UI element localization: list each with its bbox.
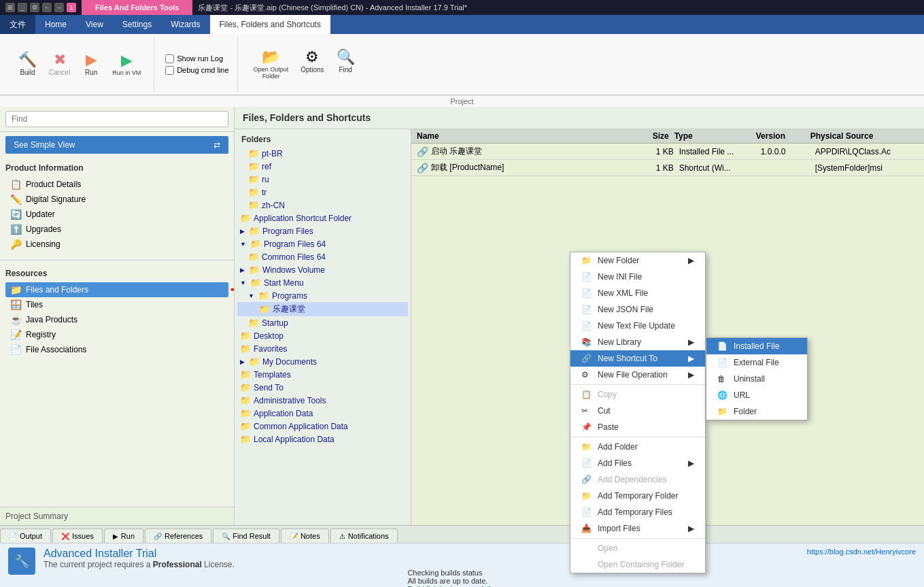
- folder-application-shortcut[interactable]: 📁 Application Shortcut Folder: [237, 212, 408, 224]
- options-button[interactable]: ⚙ Options: [296, 46, 328, 83]
- nav-item-files-folders[interactable]: 📁 Files and Folders ➜: [5, 282, 228, 297]
- table-row[interactable]: 🔗 启动 乐趣课堂 1 KB Installed File ... 1.0.0.…: [411, 144, 924, 160]
- project-summary-item[interactable]: Project Summary: [0, 507, 234, 525]
- tab-notifications[interactable]: ⚠ Notifications: [330, 529, 398, 543]
- ctx-new-library[interactable]: 📚 New Library ▶: [570, 334, 705, 350]
- tab-find-result[interactable]: 🔍 Find Result: [213, 529, 279, 543]
- minimize-icon[interactable]: _: [18, 3, 27, 12]
- folder-templates[interactable]: 📁 Templates: [237, 368, 408, 381]
- menu-item-wizards[interactable]: Wizards: [161, 15, 209, 34]
- ctx-paste[interactable]: 📌 Paste: [570, 419, 705, 435]
- folder-submenu-icon: 📁: [717, 407, 728, 416]
- submenu-external-file[interactable]: 📄 External File: [706, 354, 807, 371]
- nav-item-digital-signature[interactable]: ✏️ Digital Signature: [5, 192, 228, 207]
- ctx-add-files[interactable]: 📄 Add Files ▶: [570, 455, 705, 471]
- ctx-new-ini[interactable]: 📄 New INI File: [570, 269, 705, 285]
- col-size-header: Size: [634, 131, 674, 141]
- folder-programs[interactable]: ▼ 📁 Programs: [237, 289, 408, 302]
- folder-start-menu[interactable]: ▼ 📁 Start Menu: [237, 276, 408, 289]
- submenu-installed-file[interactable]: 📄 Installed File: [706, 338, 807, 354]
- nav-item-file-associations[interactable]: 📄 File Associations: [5, 342, 228, 357]
- run-in-vm-button[interactable]: ▶ Run in VM: [107, 50, 146, 80]
- show-run-log-checkbox[interactable]: Show run Log: [165, 54, 228, 63]
- folder-common-app-data[interactable]: 📁 Common Application Data: [237, 420, 408, 433]
- digital-signature-icon: ✏️: [10, 194, 22, 205]
- ctx-new-library-icon: 📚: [581, 337, 592, 347]
- file-physical-0: APPDIR\LQClass.Ac: [815, 147, 919, 156]
- folder-windows-volume[interactable]: ▶ 📁 Windows Volume: [237, 263, 408, 276]
- folder-pt-BR[interactable]: 📁 pt-BR: [237, 147, 408, 160]
- search-input[interactable]: [5, 111, 228, 127]
- folder-favorites[interactable]: 📁 Favorites: [237, 342, 408, 355]
- menu-item-file[interactable]: 文件: [0, 15, 35, 34]
- tiles-icon: 🪟: [10, 299, 22, 310]
- folder-ref[interactable]: 📁 ref: [237, 160, 408, 173]
- folder-admin-tools[interactable]: 📁 Administrative Tools: [237, 394, 408, 407]
- tab-output[interactable]: 📄 Output: [0, 529, 51, 543]
- submenu-folder[interactable]: 📁 Folder: [706, 403, 807, 420]
- menu-item-view[interactable]: View: [76, 15, 113, 34]
- tab-run[interactable]: ▶ Run: [104, 529, 143, 543]
- nav-item-updater[interactable]: 🔄 Updater: [5, 207, 228, 222]
- all-builds-up-text: All builds are up to date.: [407, 577, 793, 585]
- folder-send-to[interactable]: 📁 Send To: [237, 381, 408, 394]
- ctx-add-folder[interactable]: 📁 Add Folder: [570, 439, 705, 455]
- settings-icon2[interactable]: ⚙: [30, 3, 39, 12]
- folder-program-files-64[interactable]: ▼ 📁 Program Files 64: [237, 237, 408, 250]
- tab-issues[interactable]: ❌ Issues: [52, 529, 103, 543]
- show-run-log-input[interactable]: [165, 54, 174, 63]
- ctx-add-temp-folder[interactable]: 📁 Add Temporary Folder: [570, 488, 705, 504]
- run-button[interactable]: ▶ Run: [78, 49, 105, 80]
- folder-lequketan[interactable]: 📁 乐趣课堂: [237, 302, 408, 316]
- tab-references[interactable]: 🔗 References: [145, 529, 211, 543]
- cancel-button[interactable]: ✖ Cancel: [44, 49, 75, 80]
- menu-item-home[interactable]: Home: [35, 15, 76, 34]
- col-version-header: Version: [756, 131, 810, 141]
- file-type-1: Shortcut (Wi...: [679, 163, 761, 173]
- build-button[interactable]: 🔨 Build: [14, 49, 41, 80]
- folder-local-app-data[interactable]: 📁 Local Application Data: [237, 433, 408, 446]
- ctx-copy-icon: 📋: [581, 390, 592, 399]
- submenu-uninstall[interactable]: 🗑 Uninstall: [706, 371, 807, 387]
- nav-item-upgrades[interactable]: ⬆️ Upgrades: [5, 222, 228, 237]
- folder-icon-app-shortcut: 📁: [240, 213, 251, 223]
- forward-icon[interactable]: →: [54, 3, 64, 12]
- folder-program-files[interactable]: ▶ 📁 Program Files: [237, 224, 408, 237]
- folder-icon-common-app-data: 📁: [240, 421, 251, 431]
- folder-my-documents[interactable]: ▶ 📁 My Documents: [237, 355, 408, 368]
- simple-view-button[interactable]: See Simple View ⇄: [5, 136, 228, 154]
- folder-ru[interactable]: 📁 ru: [237, 173, 408, 186]
- folder-icon-my-documents: 📁: [249, 356, 260, 367]
- ctx-new-text-update[interactable]: 📄 New Text File Update: [570, 318, 705, 334]
- menu-item-settings[interactable]: Settings: [113, 15, 161, 34]
- debug-cmd-line-input[interactable]: [165, 66, 174, 75]
- submenu-url[interactable]: 🌐 URL: [706, 387, 807, 403]
- ctx-cut[interactable]: ✂ Cut: [570, 403, 705, 419]
- nav-item-licensing[interactable]: 🔑 Licensing: [5, 237, 228, 252]
- find-button[interactable]: 🔍 Find: [332, 46, 360, 83]
- ctx-add-temp-files[interactable]: 📄 Add Temporary Files: [570, 504, 705, 520]
- folder-startup[interactable]: 📁 Startup: [237, 316, 408, 329]
- nav-item-tiles[interactable]: 🪟 Tiles: [5, 297, 228, 312]
- back-icon[interactable]: ←: [42, 3, 52, 12]
- ctx-new-json[interactable]: 📄 New JSON File: [570, 301, 705, 318]
- ctx-new-xml[interactable]: 📄 New XML File: [570, 285, 705, 301]
- nav-item-java-products[interactable]: ☕ Java Products: [5, 312, 228, 327]
- folder-zh-CN[interactable]: 📁 zh-CN: [237, 199, 408, 212]
- debug-cmd-line-checkbox[interactable]: Debug cmd line: [165, 66, 228, 75]
- folder-app-data[interactable]: 📁 Application Data: [237, 407, 408, 420]
- ctx-new-folder[interactable]: 📁 New Folder ▶: [570, 252, 705, 269]
- folders-header: Folders: [237, 132, 408, 147]
- open-output-folder-button[interactable]: 📂 Open OutputFolder: [249, 46, 294, 83]
- ctx-new-shortcut-to[interactable]: 🔗 New Shortcut To ▶: [570, 350, 705, 367]
- ctx-new-file-op[interactable]: ⚙ New File Operation ▶: [570, 367, 705, 383]
- folder-common-files-64[interactable]: 📁 Common Files 64: [237, 250, 408, 263]
- folder-desktop[interactable]: 📁 Desktop: [237, 329, 408, 342]
- nav-item-registry[interactable]: 📝 Registry: [5, 327, 228, 342]
- nav-item-product-details[interactable]: 📋 Product Details: [5, 177, 228, 192]
- tab-notes[interactable]: 📝 Notes: [281, 529, 329, 543]
- ctx-import-files[interactable]: 📥 Import Files ▶: [570, 520, 705, 537]
- table-row[interactable]: 🔗 卸载 [ProductName] 1 KB Shortcut (Wi... …: [411, 160, 924, 176]
- folder-tr[interactable]: 📁 tr: [237, 186, 408, 199]
- menu-item-files-folders[interactable]: Files, Folders and Shortcuts: [210, 15, 330, 34]
